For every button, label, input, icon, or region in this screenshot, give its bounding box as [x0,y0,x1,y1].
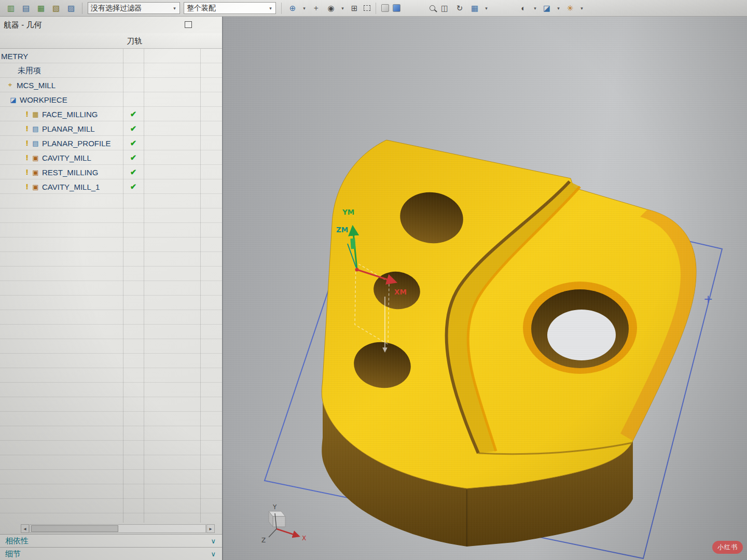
model-view: YM ZM XM + X Y Z [223,17,747,560]
tree-row-label: FACE_MILLING [42,110,98,119]
tree-row-planar-profile[interactable]: ! ▤ PLANAR_PROFILE ✔ [0,136,222,150]
selection-filter-value: 没有选择过滤器 [91,4,142,13]
zm-axis-label: ZM [336,226,348,234]
show-hide-icon[interactable]: ▥ [5,3,17,14]
move-object-icon[interactable]: ＋ [310,3,322,14]
part-solid[interactable] [322,140,696,547]
chevron-down-icon[interactable]: ▾ [340,6,345,11]
tree-row-label: WORKPIECE [20,95,67,104]
tree-row-label: CAVITY_MILL [42,153,91,162]
scroll-right-icon[interactable]: ▸ [206,524,215,533]
layout-icon[interactable]: ▤ [20,3,32,14]
xm-axis-label: XM [394,288,407,296]
chevron-down-icon[interactable]: ▾ [579,6,584,11]
planar-profile-icon: ▤ [32,139,39,147]
top-toolbar: ▥ ▤ ▦ ▧ ▨ 没有选择过滤器 ▾ 整个装配 ▾ ⊕ ▾ ＋ ◉ ▾ ⊞ ◫… [0,0,747,17]
scrollbar-track[interactable] [30,524,206,533]
layer-settings-icon[interactable]: ▦ [35,3,47,14]
toolpath-status: ✔ [124,138,143,148]
editor-icon[interactable]: ▨ [65,3,77,14]
cavity-mill-icon: ▣ [32,154,39,162]
view-orientation-triad[interactable]: X Y Z [261,503,306,544]
generate-status-icon: ! [25,168,29,176]
snapshot-icon[interactable]: ◫ [439,3,450,14]
column-header-row: 刀轨 [0,33,222,49]
point-constructor-icon[interactable]: ◉ [325,3,337,14]
toolbar-separator [82,3,82,14]
large-counterbore-hole [523,282,637,374]
chevron-down-icon[interactable]: ▾ [556,6,561,11]
details-label: 细节 [5,549,21,559]
dependencies-panel-header[interactable]: 相依性 ∨ [0,534,222,547]
tree-row-unused-items[interactable]: 未用项 [0,63,222,78]
toolpath-status: ✔ [124,153,143,162]
generate-status-icon: ! [25,183,29,191]
chevron-down-icon: ∨ [211,550,216,558]
selection-plus-marker: + [703,292,713,305]
toolpath-column-header: 刀轨 [127,36,142,46]
face-milling-icon: ▦ [32,110,39,118]
generate-status-icon: ! [25,110,29,118]
tree-row-label: MCS_MILL [17,81,56,90]
snap-point-icon[interactable]: ⊕ [287,3,298,14]
tree-row-label: REST_MILLING [42,168,98,177]
scrollbar-thumb[interactable] [31,525,118,532]
marquee-select-icon[interactable] [364,5,370,11]
maximize-button[interactable] [185,21,192,28]
chevron-down-icon: ∨ [211,537,216,545]
chevron-down-icon: ▾ [172,6,177,11]
measure-icon[interactable]: ⊞ [349,3,360,14]
tree-row-rest-milling[interactable]: ! ▣ REST_MILLING ✔ [0,165,222,179]
selection-scope-dropdown[interactable]: 整个装配 ▾ [184,2,276,14]
details-panel-header[interactable]: 细节 ∨ [0,547,222,560]
generate-status-icon: ! [25,139,29,147]
tree-row-cavity-mill[interactable]: ! ▣ CAVITY_MILL ✔ [0,150,222,165]
selection-scope-value: 整个装配 [187,4,216,13]
display-mode-icon[interactable]: ▧ [50,3,62,14]
tree-row-workpiece[interactable]: ◪ WORKPIECE [0,92,222,107]
tree-row-geometry[interactable]: METRY [0,49,222,63]
refresh-icon[interactable]: ↻ [454,3,465,14]
mcs-origin[interactable] [355,268,359,272]
chevron-down-icon[interactable]: ▾ [533,6,537,11]
chevron-down-icon[interactable]: ▾ [484,6,489,11]
tree-row-mcs-mill[interactable]: ⌖ MCS_MILL [0,78,222,92]
grid-icon[interactable]: ▦ [469,3,480,14]
tree-row-label: PLANAR_PROFILE [42,139,111,148]
tree-row-cavity-mill-1[interactable]: ! ▣ CAVITY_MILL_1 ✔ [0,179,222,194]
toolbar-separator [281,3,282,14]
cube-blue-icon[interactable] [393,4,400,12]
dependencies-label: 相依性 [5,536,29,546]
panel-title: 航器 - 几何 [4,20,42,30]
watermark-badge: 小红书 [712,541,743,554]
effects-icon[interactable]: ✳ [564,3,576,14]
render-style-icon[interactable]: ◪ [541,3,552,14]
horizontal-scrollbar[interactable]: ◂ ▸ [21,524,215,533]
scroll-left-icon[interactable]: ◂ [21,524,29,533]
tree-row-label: CAVITY_MILL_1 [42,183,100,191]
magnifier-icon[interactable] [430,5,435,11]
operation-tree: METRY 未用项 ⌖ MCS_MILL ◪ WORKPIECE ! ▦ FAC… [0,49,222,523]
toolpath-status: ✔ [124,124,143,133]
toolbar-separator [376,3,376,14]
selection-filter-dropdown[interactable]: 没有选择过滤器 ▾ [88,2,180,14]
y-axis-handle[interactable] [350,239,355,249]
tree-row-planar-mill[interactable]: ! ▤ PLANAR_MILL ✔ [0,121,222,136]
triad-x-label: X [302,535,306,542]
shaded-view-icon[interactable]: ◐ [518,3,529,14]
toolpath-status: ✔ [124,182,143,191]
generate-status-icon: ! [25,153,29,162]
graphics-window[interactable]: YM ZM XM + X Y Z [223,17,747,560]
tree-row-face-milling[interactable]: ! ▦ FACE_MILLING ✔ [0,107,222,121]
tree-row-label: PLANAR_MILL [42,124,95,133]
cube-gray-icon[interactable] [381,4,389,12]
cavity-mill-1-icon: ▣ [32,183,39,191]
rest-milling-icon: ▣ [32,169,39,176]
chevron-down-icon[interactable]: ▾ [302,6,307,11]
planar-mill-icon: ▤ [32,125,39,133]
chevron-down-icon: ▾ [268,6,273,11]
mcs-icon: ⌖ [6,81,14,89]
generate-status-icon: ! [25,124,29,133]
tree-row-label: METRY [1,52,28,61]
panel-title-bar: 航器 - 几何 [0,17,222,33]
